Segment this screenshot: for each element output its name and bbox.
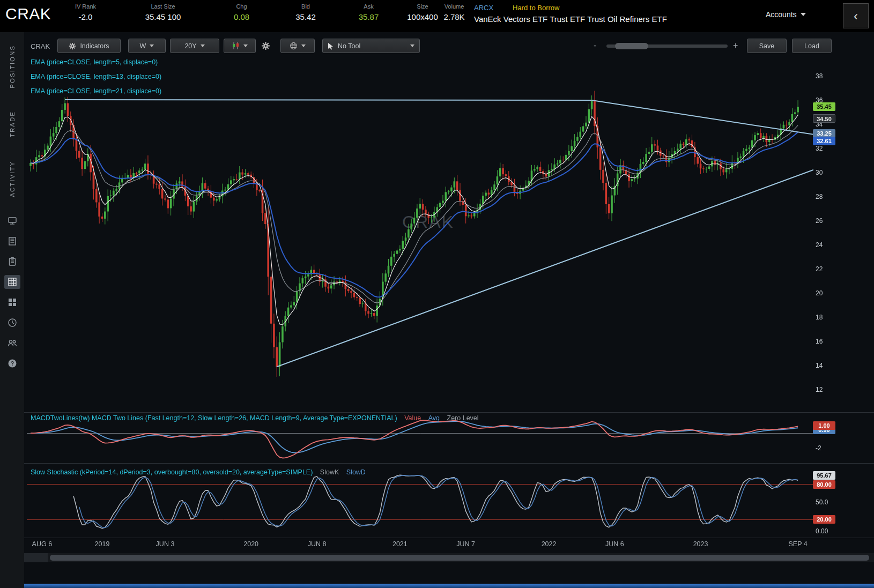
macd-study-title[interactable]: MACDTwoLines(tw) MACD Two Lines (Fast Le… (31, 414, 397, 422)
slowd-label: SlowD (346, 468, 366, 476)
date-axis-label: 2019 (95, 540, 110, 548)
gear-icon (261, 41, 270, 50)
scrollbar-left-button[interactable] (24, 553, 48, 562)
volume-value: 2.78K (439, 12, 470, 21)
panel-divider (24, 463, 874, 464)
iv-rank-label: IV Rank (60, 3, 111, 10)
quote-field-chg: Chg 0.08 (219, 3, 264, 21)
cursor-icon (328, 42, 334, 50)
zoom-slider-handle[interactable] (615, 43, 648, 49)
chart-style-dropdown[interactable] (224, 39, 256, 53)
sidebar-tab-positions[interactable]: POSITIONS (9, 45, 16, 88)
ask-label: Ask (343, 3, 394, 10)
clipboard-icon[interactable] (4, 255, 20, 269)
date-axis-label: SEP 4 (789, 540, 808, 548)
chg-label: Chg (219, 3, 264, 10)
macd-avg-label: Avg (428, 414, 440, 422)
volume-label: Volume (439, 3, 470, 10)
save-button-label: Save (759, 42, 775, 50)
accounts-label: Accounts (766, 10, 797, 19)
instrument-description: VanEck Vectors ETF Trust ETF Trust Oil R… (474, 14, 667, 24)
zoom-slider[interactable] (606, 44, 728, 48)
bottom-accent-bar (0, 584, 874, 588)
quote-field-ask: Ask 35.87 (343, 3, 394, 21)
slowk-label: SlowK (320, 468, 339, 476)
chg-value: 0.08 (219, 12, 264, 21)
macd-zero-level-label: Zero Level (447, 414, 479, 422)
ema21-study-label[interactable]: EMA (price=CLOSE, length=21, displace=0) (31, 87, 161, 95)
ask-value[interactable]: 35.87 (343, 12, 394, 21)
chevron-down-icon (201, 44, 205, 47)
stochastic-study-legend[interactable]: Slow Stochastic (kPeriod=14, dPeriod=3, … (31, 468, 366, 476)
chevron-down-icon (801, 13, 806, 16)
price-chart-canvas[interactable] (24, 56, 874, 412)
candlestick-icon (232, 42, 240, 50)
iv-rank-value: -2.0 (60, 12, 111, 21)
tiles-icon[interactable] (4, 295, 20, 309)
quote-field-last-size: Last Size 35.45 100 (129, 3, 197, 21)
size-label: Size (401, 3, 444, 10)
zoom-out-button[interactable]: - (594, 41, 596, 50)
ema5-study-label[interactable]: EMA (price=CLOSE, length=5, displace=0) (31, 58, 158, 66)
exchange-label: ARCX (474, 4, 493, 12)
range-dropdown[interactable]: 20Y (170, 39, 219, 53)
quote-field-size: Size 100x400 (401, 3, 444, 21)
panel-divider (24, 412, 874, 413)
date-axis-label: 2020 (243, 540, 258, 548)
quote-field-iv-rank: IV Rank -2.0 (60, 3, 111, 21)
sidebar-tab-activity[interactable]: ACTIVITY (9, 161, 16, 197)
chevron-down-icon (243, 44, 248, 47)
save-button[interactable]: Save (747, 39, 787, 53)
quote-field-volume: Volume 2.78K (439, 3, 470, 21)
sidebar-tab-trade[interactable]: TRADE (9, 111, 16, 137)
hard-to-borrow-badge: Hard to Borrow (513, 4, 559, 12)
chart-grid-icon[interactable] (4, 275, 20, 289)
indicators-button-label: Indicators (80, 42, 109, 50)
timeframe-dropdown[interactable]: W (128, 39, 166, 53)
range-value: 20Y (184, 42, 196, 50)
collapse-panel-button[interactable]: ‹ (843, 3, 869, 28)
horizontal-scrollbar[interactable] (24, 553, 874, 562)
load-button[interactable]: Load (792, 39, 832, 53)
date-axis-label: AUG 6 (32, 540, 53, 548)
clock-icon[interactable] (4, 316, 20, 330)
last-size-value: 35.45 100 (129, 12, 197, 21)
ledger-icon[interactable] (4, 234, 20, 248)
chevron-down-icon (150, 44, 154, 47)
sidebar-icon-group: ? (4, 214, 20, 370)
drawing-tool-dropdown[interactable]: No Tool (322, 39, 420, 53)
globe-icon (290, 42, 298, 50)
date-axis-label: JUN 6 (605, 540, 624, 548)
indicators-gear-icon (69, 42, 76, 50)
indicators-button[interactable]: Indicators (57, 39, 121, 53)
accounts-dropdown[interactable]: Accounts (766, 10, 806, 19)
chevron-down-icon (410, 44, 414, 47)
chart-toolbar: CRAK Indicators W 20Y No Tool - + Save L… (24, 38, 874, 57)
svg-text:?: ? (10, 361, 13, 367)
stochastic-study-title[interactable]: Slow Stochastic (kPeriod=14, dPeriod=3, … (31, 468, 313, 476)
left-sidebar: POSITIONS TRADE ACTIVITY ? (0, 32, 24, 588)
chart-settings-button[interactable] (261, 41, 270, 53)
bid-value[interactable]: 35.42 (282, 12, 330, 21)
zoom-in-button[interactable]: + (733, 41, 738, 50)
macd-study-legend[interactable]: MACDTwoLines(tw) MACD Two Lines (Fast Le… (31, 414, 479, 422)
ema13-study-label[interactable]: EMA (price=CLOSE, length=13, displace=0) (31, 73, 161, 80)
globe-grid-dropdown[interactable] (280, 39, 315, 53)
size-value: 100x400 (401, 12, 444, 21)
monitor-icon[interactable] (4, 214, 20, 228)
quote-header: CRAK IV Rank -2.0 Last Size 35.45 100 Ch… (0, 0, 874, 32)
scrollbar-thumb[interactable] (50, 555, 869, 561)
date-axis-label: JUN 3 (156, 540, 175, 548)
load-button-label: Load (804, 42, 819, 50)
last-size-label: Last Size (129, 3, 197, 10)
quote-field-bid: Bid 35.42 (282, 3, 330, 21)
symbol-title: CRAK (5, 5, 51, 23)
bid-label: Bid (282, 3, 330, 10)
drawing-tool-value: No Tool (338, 42, 360, 50)
chevron-down-icon (301, 44, 306, 47)
date-axis-label: 2021 (392, 540, 408, 548)
people-icon[interactable] (4, 336, 20, 350)
date-axis-label: 2022 (542, 540, 557, 548)
help-icon[interactable]: ? (4, 356, 20, 370)
date-axis-label: JUN 7 (456, 540, 475, 548)
